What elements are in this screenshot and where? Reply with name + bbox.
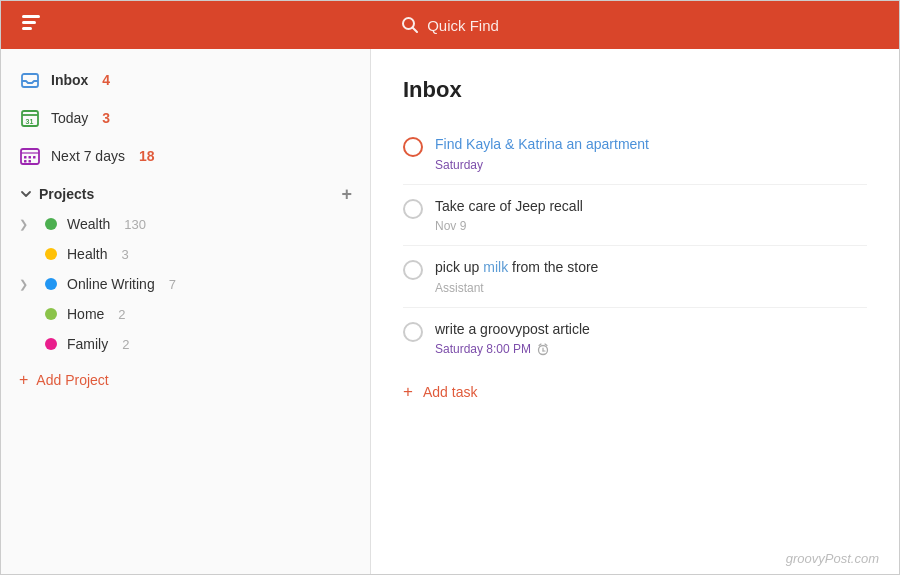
online-writing-expand-icon: ❯ bbox=[19, 278, 33, 291]
task-title-3-suffix: from the store bbox=[508, 259, 598, 275]
svg-rect-9 bbox=[29, 156, 32, 159]
wealth-label: Wealth bbox=[67, 216, 110, 232]
svg-text:31: 31 bbox=[26, 118, 34, 125]
home-count: 2 bbox=[118, 307, 125, 322]
task-title-1: Find Kayla & Katrina an apartment bbox=[435, 135, 867, 155]
add-project-icon-btn[interactable]: + bbox=[341, 185, 352, 203]
task-date-3: Assistant bbox=[435, 281, 867, 295]
task-item-3[interactable]: pick up milk from the store Assistant bbox=[403, 246, 867, 308]
inbox-count: 4 bbox=[102, 72, 110, 88]
today-count: 3 bbox=[102, 110, 110, 126]
task-list: Find Kayla & Katrina an apartment Saturd… bbox=[403, 123, 867, 368]
sidebar-item-inbox[interactable]: Inbox 4 bbox=[1, 61, 370, 99]
family-label: Family bbox=[67, 336, 108, 352]
logo-line-3 bbox=[22, 27, 32, 30]
add-task-btn[interactable]: + Add task bbox=[403, 368, 867, 408]
projects-collapse-btn[interactable]: Projects bbox=[19, 186, 94, 202]
watermark: groovyPost.com bbox=[786, 551, 879, 566]
search-icon bbox=[401, 16, 419, 34]
health-dot bbox=[45, 248, 57, 260]
next7-icon bbox=[19, 145, 41, 167]
add-task-label: Add task bbox=[423, 384, 477, 400]
svg-rect-10 bbox=[33, 156, 36, 159]
task-circle-4[interactable] bbox=[403, 322, 423, 342]
wealth-expand-icon: ❯ bbox=[19, 218, 33, 231]
project-item-family[interactable]: ❯ Family 2 bbox=[1, 329, 370, 359]
family-dot bbox=[45, 338, 57, 350]
add-project-btn[interactable]: + Add Project bbox=[1, 363, 370, 397]
projects-section-header: Projects + bbox=[1, 175, 370, 209]
svg-line-17 bbox=[545, 344, 547, 346]
today-label: Today bbox=[51, 110, 88, 126]
task-item-1[interactable]: Find Kayla & Katrina an apartment Saturd… bbox=[403, 123, 867, 185]
header: Quick Find bbox=[1, 1, 899, 49]
next7-count: 18 bbox=[139, 148, 155, 164]
page-title: Inbox bbox=[403, 77, 867, 103]
task-body-3: pick up milk from the store Assistant bbox=[435, 258, 867, 295]
sidebar: Inbox 4 31 Today 3 bbox=[1, 49, 371, 575]
wealth-dot bbox=[45, 218, 57, 230]
project-item-wealth[interactable]: ❯ Wealth 130 bbox=[1, 209, 370, 239]
task-title-3: pick up milk from the store bbox=[435, 258, 867, 278]
task-body-1: Find Kayla & Katrina an apartment Saturd… bbox=[435, 135, 867, 172]
main-wrapper: Inbox Find Kayla & Katrina an apartment … bbox=[371, 49, 899, 575]
task-circle-2[interactable] bbox=[403, 199, 423, 219]
svg-rect-8 bbox=[24, 156, 27, 159]
search-bar[interactable]: Quick Find bbox=[401, 16, 499, 34]
svg-line-1 bbox=[413, 28, 418, 33]
task-title-3-highlight: milk bbox=[483, 259, 508, 275]
project-item-online-writing[interactable]: ❯ Online Writing 7 bbox=[1, 269, 370, 299]
logo-line-1 bbox=[22, 15, 40, 18]
sidebar-item-next7[interactable]: Next 7 days 18 bbox=[1, 137, 370, 175]
alarm-icon bbox=[536, 342, 550, 356]
task-item-4[interactable]: write a groovypost article Saturday 8:00… bbox=[403, 308, 867, 369]
online-writing-count: 7 bbox=[169, 277, 176, 292]
add-task-plus-icon: + bbox=[403, 382, 413, 402]
main-content: Inbox Find Kayla & Katrina an apartment … bbox=[371, 49, 899, 428]
project-item-home[interactable]: ❯ Home 2 bbox=[1, 299, 370, 329]
svg-line-16 bbox=[539, 344, 541, 346]
svg-rect-12 bbox=[29, 160, 32, 163]
task-title-3-prefix: pick up bbox=[435, 259, 483, 275]
task-item-2[interactable]: Take care of Jeep recall Nov 9 bbox=[403, 185, 867, 247]
task-title-2: Take care of Jeep recall bbox=[435, 197, 867, 217]
app-logo[interactable] bbox=[15, 8, 49, 42]
task-date-row-4: Saturday 8:00 PM bbox=[435, 339, 867, 356]
add-project-label: Add Project bbox=[36, 372, 108, 388]
task-date-4: Saturday 8:00 PM bbox=[435, 342, 531, 356]
family-count: 2 bbox=[122, 337, 129, 352]
inbox-icon bbox=[19, 69, 41, 91]
wealth-count: 130 bbox=[124, 217, 146, 232]
online-writing-label: Online Writing bbox=[67, 276, 155, 292]
chevron-down-icon bbox=[19, 187, 33, 201]
project-item-health[interactable]: ❯ Health 3 bbox=[1, 239, 370, 269]
task-body-2: Take care of Jeep recall Nov 9 bbox=[435, 197, 867, 234]
home-label: Home bbox=[67, 306, 104, 322]
health-label: Health bbox=[67, 246, 107, 262]
projects-label: Projects bbox=[39, 186, 94, 202]
sidebar-item-today[interactable]: 31 Today 3 bbox=[1, 99, 370, 137]
search-placeholder: Quick Find bbox=[427, 17, 499, 34]
next7-label: Next 7 days bbox=[51, 148, 125, 164]
add-project-plus-icon: + bbox=[19, 371, 28, 389]
task-date-1: Saturday bbox=[435, 158, 867, 172]
task-date-2: Nov 9 bbox=[435, 219, 867, 233]
task-title-4: write a groovypost article bbox=[435, 320, 867, 340]
logo-line-2 bbox=[22, 21, 36, 24]
home-dot bbox=[45, 308, 57, 320]
inbox-label: Inbox bbox=[51, 72, 88, 88]
today-icon: 31 bbox=[19, 107, 41, 129]
health-count: 3 bbox=[121, 247, 128, 262]
main-layout: Inbox 4 31 Today 3 bbox=[1, 49, 899, 575]
svg-rect-11 bbox=[24, 160, 27, 163]
task-body-4: write a groovypost article Saturday 8:00… bbox=[435, 320, 867, 357]
task-circle-1[interactable] bbox=[403, 137, 423, 157]
online-writing-dot bbox=[45, 278, 57, 290]
task-circle-3[interactable] bbox=[403, 260, 423, 280]
